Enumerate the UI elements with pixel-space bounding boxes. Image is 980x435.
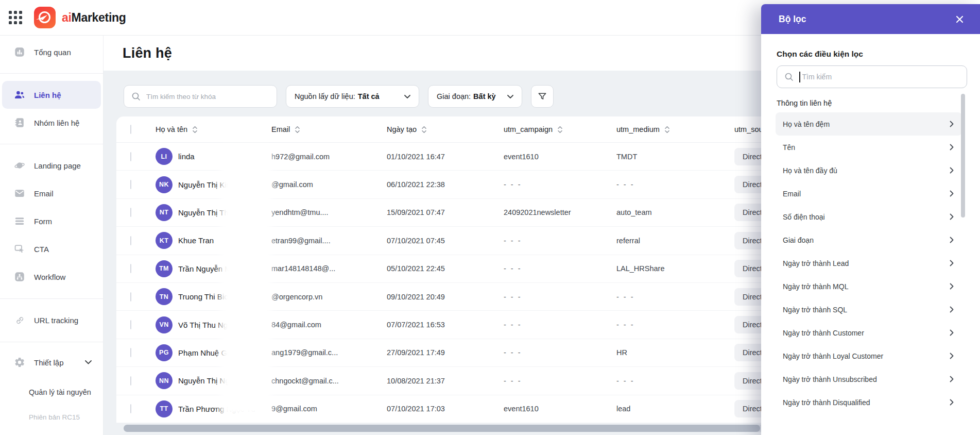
created-date: 01/10/2021 16:47 (387, 153, 504, 161)
filter-condition-item[interactable]: Ngày trở thành MQL (776, 275, 962, 298)
filter-condition-item[interactable]: Ngày trở thành Loyal Customer (776, 344, 962, 367)
utm-medium-value: auto_team (616, 208, 734, 216)
filter-condition-item[interactable]: Giai đoạn (776, 228, 962, 252)
contact-name: linda (178, 152, 195, 161)
column-header-name[interactable]: Họ và tên (156, 125, 271, 133)
filter-condition-item[interactable]: Ngày trở thành SQL (776, 298, 962, 321)
row-checkbox[interactable] (130, 348, 131, 357)
search-icon (131, 92, 141, 101)
divider (0, 298, 103, 299)
filter-condition-item[interactable]: Email (776, 182, 962, 205)
contacts-people-icon (14, 89, 25, 101)
data-source-value: Tất cả (358, 92, 380, 101)
created-date: 27/09/2021 17:49 (387, 348, 504, 357)
chevron-right-icon (950, 237, 954, 243)
sidebar-item-url-tracking[interactable]: URL tracking (0, 306, 103, 334)
keyword-search-input[interactable] (145, 92, 269, 101)
app-launcher-grid-icon[interactable] (9, 11, 22, 24)
filter-conditions-list: Họ và tên đệm Tên Họ và tên đầy đủ Email… (776, 112, 962, 414)
stage-value: Bất kỳ (473, 92, 496, 101)
column-header-created[interactable]: Ngày tạo (387, 125, 504, 133)
filter-condition-item[interactable]: Ngày trở thành Lead (776, 252, 962, 275)
filter-panel-header: Bộ lọc (761, 4, 980, 34)
contact-email: @gmail.com (271, 180, 387, 189)
sidebar-item-lien-he[interactable]: Liên hệ (2, 81, 101, 109)
created-date: 10/08/2021 21:37 (387, 377, 504, 385)
avatar: TT (156, 400, 173, 417)
sidebar-item-workflow[interactable]: Workflow (0, 263, 103, 291)
row-checkbox[interactable] (130, 320, 131, 329)
column-header-utm-campaign[interactable]: utm_campaign (504, 125, 616, 133)
filter-condition-label: Ngày trở thành Disqualified (783, 398, 870, 407)
row-checkbox[interactable] (130, 376, 131, 386)
row-checkbox[interactable] (130, 180, 131, 189)
row-checkbox[interactable] (130, 404, 131, 413)
contact-email: etran99@gmail.... (271, 237, 387, 245)
sort-icon[interactable] (664, 126, 670, 133)
row-checkbox[interactable] (130, 292, 131, 302)
utm-medium-value: HR (616, 348, 734, 357)
sidebar-item-landing-page[interactable]: Landing page (0, 152, 103, 179)
sidebar-label: Workflow (34, 273, 65, 281)
stage-dropdown[interactable]: Giai đoạn:Bất kỳ (428, 85, 522, 108)
chevron-down-icon (404, 95, 410, 98)
filter-condition-item[interactable]: Tên (776, 136, 962, 159)
filter-condition-label: Ngày trở thành Lead (783, 259, 849, 267)
chevron-right-icon (950, 329, 954, 336)
sidebar-item-email[interactable]: Email (0, 179, 103, 207)
select-all-checkbox[interactable] (130, 125, 131, 134)
filter-condition-item[interactable]: Ngày trở thành Unsubscribed (776, 367, 962, 391)
logo-dart-icon (36, 15, 49, 21)
sort-icon[interactable] (557, 126, 563, 133)
filter-condition-item[interactable]: Họ và tên đệm (776, 112, 962, 136)
panel-scrollbar[interactable] (961, 94, 965, 217)
sort-icon[interactable] (421, 126, 427, 133)
chevron-right-icon (950, 353, 954, 359)
chevron-right-icon (950, 260, 954, 266)
filter-condition-item[interactable]: Số điện thoại (776, 205, 962, 228)
funnel-icon (537, 91, 547, 102)
created-date: 05/10/2021 22:45 (387, 264, 504, 273)
filter-condition-item[interactable]: Ngày trở thành Customer (776, 321, 962, 344)
brand-ai: ai (62, 11, 72, 24)
sort-icon[interactable] (192, 126, 198, 133)
row-checkbox[interactable] (130, 152, 131, 161)
chevron-right-icon (950, 190, 954, 197)
row-checkbox[interactable] (130, 236, 131, 245)
column-header-email[interactable]: Email (271, 125, 387, 133)
sidebar-item-quan-ly-tai-nguyen[interactable]: Quản lý tài nguyên (0, 379, 103, 405)
sidebar-item-form[interactable]: Form (0, 207, 103, 235)
sort-icon[interactable] (295, 126, 300, 133)
column-header-utm-medium[interactable]: utm_medium (616, 125, 734, 133)
contact-email: chngockt@gmail.c... (271, 377, 387, 385)
sidebar-item-tong-quan[interactable]: Tổng quan (0, 38, 103, 66)
chevron-right-icon (950, 144, 954, 150)
sidebar-item-nhom-lien-he[interactable]: Nhóm liên hệ (0, 109, 103, 137)
sidebar-label: Tổng quan (34, 48, 71, 57)
filter-condition-label: Ngày trở thành Customer (783, 329, 864, 337)
filter-button[interactable] (531, 85, 554, 108)
link-icon (14, 314, 25, 326)
filter-condition-label: Ngày trở thành MQL (783, 282, 848, 291)
filter-condition-item[interactable]: Họ và tên đầy đủ (776, 159, 962, 182)
filter-search-input[interactable] (801, 72, 960, 81)
created-date: 06/10/2021 22:38 (387, 180, 504, 189)
cta-click-icon (14, 243, 25, 255)
text-caret (799, 72, 800, 82)
row-checkbox[interactable] (130, 208, 131, 217)
horizontal-scrollbar[interactable] (124, 425, 760, 432)
sidebar-item-thiet-lap[interactable]: Thiết lập (0, 348, 103, 376)
form-lines-icon (14, 215, 25, 227)
row-checkbox[interactable] (130, 264, 131, 273)
close-icon (956, 15, 964, 23)
divider (0, 144, 103, 144)
avatar: KT (156, 232, 173, 249)
close-button[interactable] (956, 15, 964, 23)
created-date: 15/09/2021 07:47 (387, 208, 504, 216)
data-source-dropdown[interactable]: Nguồn lấy dữ liệu:Tất cả (286, 85, 419, 108)
sidebar-item-cta[interactable]: CTA (0, 235, 103, 263)
filter-condition-item[interactable]: Ngày trở thành Disqualified (776, 391, 962, 414)
gear-icon (14, 357, 25, 368)
sidebar-label: URL tracking (34, 316, 78, 325)
brand-logo-icon[interactable] (34, 7, 56, 28)
